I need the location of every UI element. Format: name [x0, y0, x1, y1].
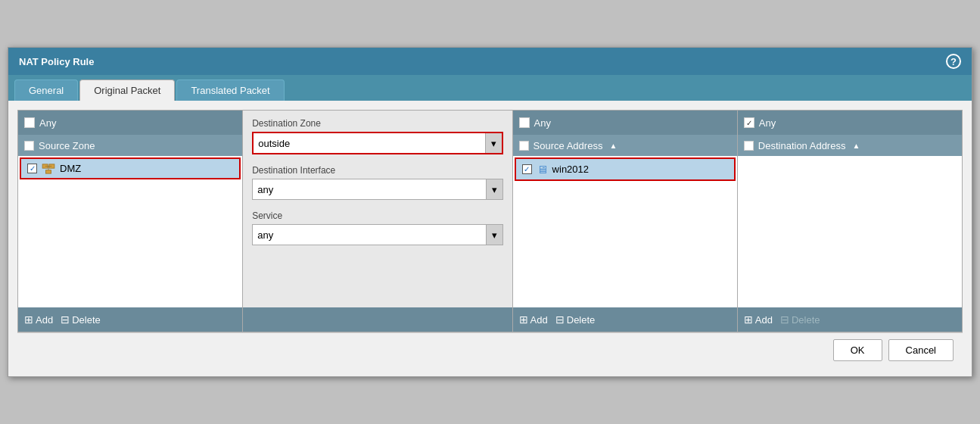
destination-interface-select-wrapper: any ▾: [252, 179, 502, 200]
add-icon: ⊞: [519, 314, 528, 325]
delete-icon: ⊟: [555, 314, 565, 325]
computer-icon: 🖥: [537, 163, 548, 176]
source-zone-item-dmz[interactable]: DMZ: [21, 159, 239, 178]
source-zone-header: Any: [18, 111, 242, 135]
nat-policy-rule-dialog: NAT Policy Rule ? General Original Packe…: [8, 47, 972, 377]
ok-button[interactable]: OK: [833, 339, 882, 361]
destination-interface-select[interactable]: any: [253, 181, 485, 198]
source-address-item-win2012[interactable]: 🖥 win2012: [516, 159, 734, 179]
dialog-title: NAT Policy Rule: [19, 56, 94, 67]
destination-address-subheader: Destination Address ▲: [738, 135, 962, 156]
source-address-add-label: Add: [530, 314, 548, 326]
destination-zone-input-wrapper: ▾: [252, 132, 502, 154]
win2012-checkbox[interactable]: [522, 164, 532, 174]
destination-section: Destination Zone ▾ Destination Interface…: [243, 111, 512, 332]
destination-address-delete-button: ⊟ Delete: [780, 314, 820, 326]
source-address-column: Any Source Address ▲ 🖥 win2012: [513, 111, 738, 332]
source-zone-body: DMZ: [18, 156, 242, 307]
source-address-any-checkbox[interactable]: [519, 117, 530, 128]
source-address-footer: ⊞ Add ⊟ Delete: [513, 307, 737, 332]
source-address-delete-label: Delete: [567, 314, 596, 326]
middle-footer: [243, 307, 512, 332]
columns-wrapper: Any Source Zone: [17, 110, 963, 332]
tab-original-packet[interactable]: Original Packet: [79, 80, 175, 101]
dmz-checkbox[interactable]: [27, 164, 37, 173]
source-zone-add-label: Add: [36, 314, 53, 326]
source-address-sort-icon: ▲: [609, 142, 617, 150]
destination-address-column: Any Destination Address ▲ ⊞ Add ⊟: [738, 111, 962, 332]
destination-zone-input[interactable]: [254, 135, 484, 152]
destination-fields: Destination Zone ▾ Destination Interface…: [243, 111, 512, 263]
tabs-bar: General Original Packet Translated Packe…: [8, 75, 972, 101]
source-address-subheader-label: Source Address: [534, 140, 603, 151]
middle-spacer: [243, 263, 512, 307]
service-select[interactable]: any: [253, 226, 485, 244]
win2012-label: win2012: [552, 164, 589, 175]
destination-address-add-button[interactable]: ⊞ Add: [744, 314, 773, 326]
source-zone-any-checkbox[interactable]: [24, 117, 35, 128]
dmz-item-wrapper: DMZ: [20, 157, 241, 179]
win2012-item-wrapper: 🖥 win2012: [515, 157, 736, 181]
source-zone-delete-label: Delete: [72, 314, 101, 326]
title-bar: NAT Policy Rule ?: [8, 48, 972, 75]
source-address-header: Any: [513, 111, 737, 135]
destination-address-body: [738, 156, 962, 307]
destination-zone-label: Destination Zone: [252, 118, 502, 129]
delete-icon: ⊟: [61, 314, 70, 325]
dialog-footer: OK Cancel: [17, 332, 963, 367]
delete-icon: ⊟: [780, 314, 789, 325]
destination-zone-dropdown-arrow[interactable]: ▾: [485, 133, 502, 153]
destination-address-footer: ⊞ Add ⊟ Delete: [738, 307, 962, 332]
source-address-delete-button[interactable]: ⊟ Delete: [555, 314, 596, 326]
add-icon: ⊞: [744, 314, 753, 325]
tab-translated-packet[interactable]: Translated Packet: [176, 80, 284, 101]
cancel-button[interactable]: Cancel: [888, 339, 954, 361]
destination-address-add-label: Add: [755, 314, 773, 326]
tab-general[interactable]: General: [14, 80, 78, 101]
source-address-subheader: Source Address ▲: [513, 135, 737, 156]
svg-rect-2: [46, 170, 51, 173]
source-zone-subheader-label: Source Zone: [39, 140, 95, 151]
destination-address-sort-icon: ▲: [852, 142, 860, 150]
destination-address-any-label: Any: [759, 117, 776, 129]
source-zone-column: Any Source Zone: [18, 111, 243, 332]
source-zone-any-label: Any: [39, 117, 56, 129]
service-select-wrapper: any ▾: [252, 224, 502, 245]
destination-interface-label: Destination Interface: [252, 165, 502, 176]
help-icon[interactable]: ?: [946, 54, 961, 69]
add-icon: ⊞: [24, 314, 33, 325]
source-zone-subheader: Source Zone: [18, 135, 242, 156]
service-group: Service any ▾: [252, 210, 502, 245]
source-zone-footer: ⊞ Add ⊟ Delete: [18, 307, 242, 332]
destination-address-subheader-label: Destination Address: [758, 140, 846, 151]
destination-zone-group: Destination Zone ▾: [252, 118, 502, 154]
service-arrow[interactable]: ▾: [486, 225, 502, 245]
destination-address-delete-label: Delete: [792, 314, 820, 326]
source-address-add-button[interactable]: ⊞ Add: [519, 314, 548, 326]
source-address-body: 🖥 win2012: [513, 156, 737, 307]
service-label: Service: [252, 210, 502, 221]
destination-address-header: Any: [738, 111, 962, 135]
source-address-any-label: Any: [534, 117, 551, 129]
content-area: Any Source Zone: [8, 101, 972, 376]
source-zone-delete-button[interactable]: ⊟ Delete: [61, 314, 101, 326]
destination-interface-arrow[interactable]: ▾: [486, 179, 502, 199]
network-zone-icon: [42, 164, 55, 174]
dmz-label: DMZ: [60, 163, 81, 174]
source-address-subheader-checkbox[interactable]: [519, 141, 529, 151]
source-zone-add-button[interactable]: ⊞ Add: [24, 314, 53, 326]
source-zone-subheader-checkbox[interactable]: [24, 141, 34, 151]
destination-interface-group: Destination Interface any ▾: [252, 165, 502, 200]
destination-address-any-checkbox[interactable]: [744, 117, 754, 128]
destination-address-subheader-checkbox[interactable]: [744, 141, 754, 151]
